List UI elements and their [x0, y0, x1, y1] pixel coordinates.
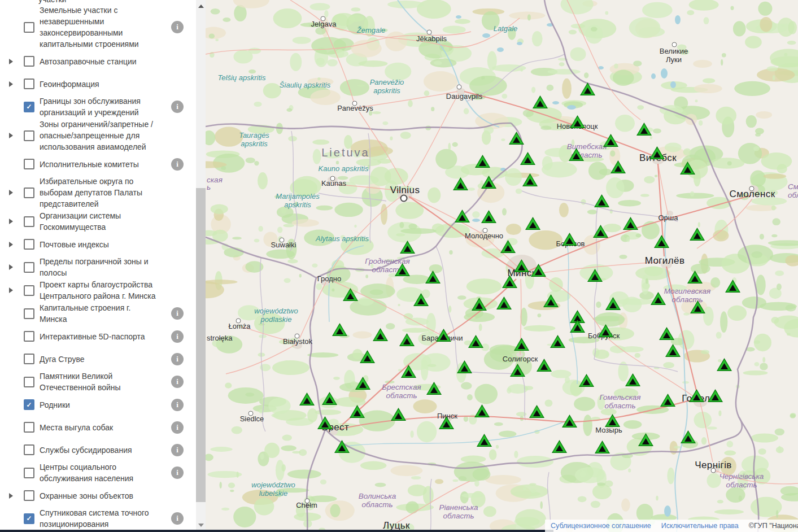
- layer-checkbox[interactable]: [24, 216, 34, 227]
- station-marker-icon[interactable]: [625, 373, 640, 386]
- station-marker-icon[interactable]: [651, 292, 666, 305]
- layer-checkbox[interactable]: [24, 22, 34, 33]
- layer-checkbox[interactable]: ✓: [24, 513, 34, 524]
- scrollbar-thumb[interactable]: [196, 188, 206, 502]
- info-icon[interactable]: i: [171, 330, 184, 343]
- info-icon[interactable]: i: [171, 21, 184, 33]
- info-icon[interactable]: i: [171, 307, 184, 320]
- station-marker-icon[interactable]: [472, 298, 487, 311]
- station-marker-icon[interactable]: [562, 233, 577, 246]
- station-marker-icon[interactable]: [455, 210, 470, 223]
- station-marker-icon[interactable]: [510, 364, 525, 377]
- layer-checkbox[interactable]: [24, 331, 34, 342]
- station-marker-icon[interactable]: [502, 275, 517, 288]
- exclusive-rights-link[interactable]: Исключительные права: [661, 522, 739, 530]
- station-marker-icon[interactable]: [708, 389, 723, 402]
- info-icon[interactable]: i: [171, 421, 184, 434]
- info-icon[interactable]: i: [171, 466, 184, 479]
- layer-checkbox[interactable]: [24, 79, 34, 89]
- expand-arrow-icon[interactable]: [9, 81, 13, 87]
- station-marker-icon[interactable]: [391, 408, 406, 421]
- station-marker-icon[interactable]: [717, 358, 732, 371]
- layer-checkbox[interactable]: [24, 130, 34, 141]
- station-marker-icon[interactable]: [457, 360, 472, 373]
- station-marker-icon[interactable]: [477, 434, 492, 447]
- station-marker-icon[interactable]: [569, 148, 584, 161]
- expand-arrow-icon[interactable]: [9, 264, 13, 270]
- station-marker-icon[interactable]: [533, 95, 548, 108]
- station-marker-icon[interactable]: [552, 440, 567, 453]
- station-marker-icon[interactable]: [594, 194, 609, 207]
- station-marker-icon[interactable]: [426, 382, 442, 395]
- station-marker-icon[interactable]: [611, 160, 626, 173]
- station-marker-icon[interactable]: [481, 176, 496, 189]
- station-marker-icon[interactable]: [690, 228, 705, 241]
- expand-arrow-icon[interactable]: [9, 133, 13, 138]
- station-marker-icon[interactable]: [522, 173, 538, 186]
- station-marker-icon[interactable]: [537, 359, 552, 372]
- expand-arrow-icon[interactable]: [9, 59, 13, 64]
- station-marker-icon[interactable]: [500, 240, 516, 253]
- layer-checkbox[interactable]: [24, 444, 34, 455]
- map-canvas[interactable]: JelgavaŽemgaleJēkabpilsLatgaleВеликие Лу…: [206, 0, 798, 532]
- station-marker-icon[interactable]: [649, 146, 665, 159]
- layer-checkbox[interactable]: [24, 490, 34, 501]
- station-marker-icon[interactable]: [322, 392, 337, 405]
- station-marker-icon[interactable]: [425, 271, 441, 284]
- station-marker-icon[interactable]: [690, 300, 705, 313]
- expand-arrow-icon[interactable]: [9, 242, 13, 247]
- station-marker-icon[interactable]: [453, 177, 468, 190]
- station-marker-icon[interactable]: [496, 296, 512, 309]
- station-marker-icon[interactable]: [598, 324, 613, 337]
- station-marker-icon[interactable]: [579, 374, 594, 387]
- station-marker-icon[interactable]: [332, 323, 347, 336]
- station-marker-icon[interactable]: [681, 430, 696, 443]
- layer-checkbox[interactable]: [24, 262, 34, 273]
- layer-checkbox[interactable]: [24, 239, 34, 250]
- station-marker-icon[interactable]: [531, 264, 546, 277]
- station-marker-icon[interactable]: [660, 394, 675, 407]
- layer-checkbox[interactable]: [24, 285, 34, 296]
- station-marker-icon[interactable]: [399, 333, 415, 346]
- station-marker-icon[interactable]: [475, 155, 490, 168]
- layer-checkbox[interactable]: [24, 468, 34, 478]
- station-marker-icon[interactable]: [689, 389, 704, 402]
- info-icon[interactable]: i: [171, 158, 184, 171]
- station-marker-icon[interactable]: [350, 405, 365, 418]
- layer-checkbox[interactable]: [24, 308, 34, 319]
- station-marker-icon[interactable]: [317, 416, 333, 429]
- station-marker-icon[interactable]: [514, 338, 529, 351]
- station-marker-icon[interactable]: [636, 123, 652, 136]
- station-marker-icon[interactable]: [529, 405, 544, 418]
- station-marker-icon[interactable]: [509, 132, 524, 145]
- station-marker-icon[interactable]: [401, 365, 416, 378]
- station-marker-icon[interactable]: [623, 217, 638, 230]
- layer-checkbox[interactable]: [24, 354, 34, 364]
- station-marker-icon[interactable]: [468, 335, 483, 348]
- station-marker-icon[interactable]: [481, 210, 496, 223]
- station-marker-icon[interactable]: [580, 82, 595, 95]
- sidebar-scrollbar[interactable]: [196, 0, 206, 532]
- layer-checkbox[interactable]: [24, 377, 34, 387]
- station-marker-icon[interactable]: [570, 115, 585, 128]
- info-icon[interactable]: i: [171, 101, 184, 113]
- station-marker-icon[interactable]: [595, 441, 610, 453]
- layer-checkbox[interactable]: [24, 56, 34, 67]
- station-marker-icon[interactable]: [593, 225, 608, 238]
- layer-checkbox[interactable]: [24, 422, 34, 433]
- station-marker-icon[interactable]: [543, 294, 559, 307]
- station-marker-icon[interactable]: [334, 440, 350, 453]
- station-marker-icon[interactable]: [514, 259, 529, 272]
- station-marker-icon[interactable]: [360, 350, 375, 363]
- station-marker-icon[interactable]: [687, 271, 703, 284]
- station-marker-icon[interactable]: [654, 235, 669, 248]
- station-marker-icon[interactable]: [439, 416, 454, 429]
- station-marker-icon[interactable]: [603, 134, 618, 147]
- station-marker-icon[interactable]: [665, 344, 681, 357]
- station-marker-icon[interactable]: [680, 162, 695, 175]
- station-marker-icon[interactable]: [659, 327, 674, 340]
- expand-arrow-icon[interactable]: [9, 287, 13, 293]
- info-icon[interactable]: i: [171, 444, 184, 456]
- station-marker-icon[interactable]: [299, 393, 315, 405]
- station-marker-icon[interactable]: [436, 329, 451, 342]
